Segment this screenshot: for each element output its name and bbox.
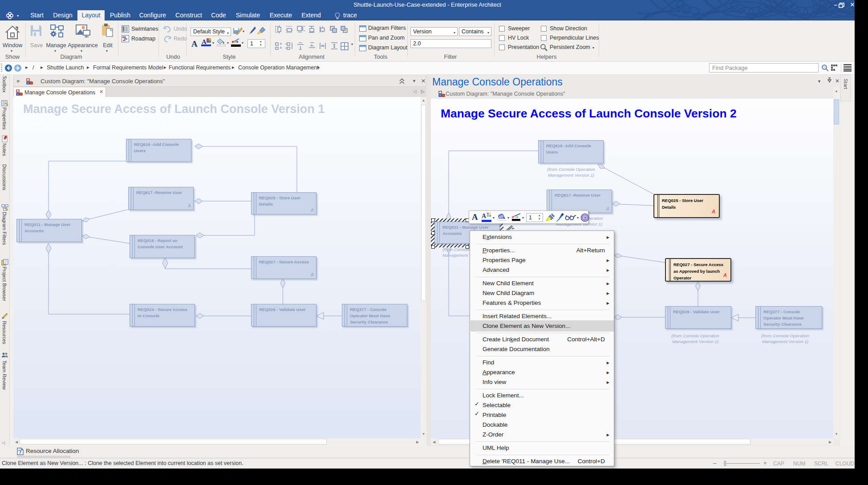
svg-text:?: ? [584, 216, 586, 220]
